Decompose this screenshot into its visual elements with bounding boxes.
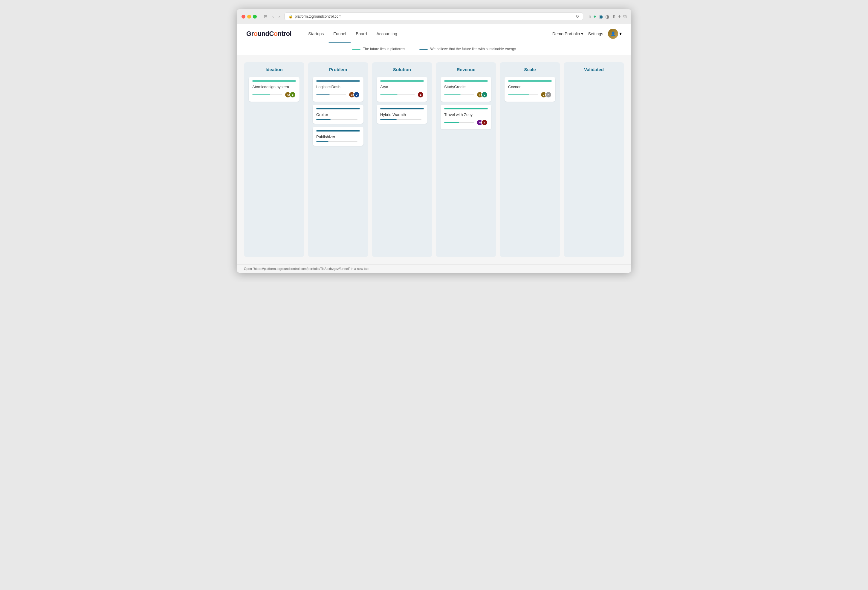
card-color-bar xyxy=(444,108,488,109)
browser-controls: ⊟ ‹ › xyxy=(263,13,281,19)
chevron-down-icon: ▾ xyxy=(581,31,583,36)
card-progress-fill xyxy=(252,94,270,95)
avatar-initials: 👤 xyxy=(611,31,616,36)
card-title: Arya xyxy=(380,85,424,89)
sidebar-toggle[interactable]: ⊟ xyxy=(263,13,269,19)
column-header-ideation: Ideation xyxy=(249,67,300,72)
address-bar[interactable]: 🔒 platform.togroundcontrol.com ↻ xyxy=(285,13,583,20)
address-bar-icons: ↻ xyxy=(576,14,579,19)
card-title: StudyCredits xyxy=(444,85,488,89)
card-progress-fill xyxy=(380,94,397,95)
status-text: Open "https://platform.togroundcontrol.c… xyxy=(244,267,369,270)
settings-link[interactable]: Settings xyxy=(588,31,603,36)
back-button[interactable]: ‹ xyxy=(271,13,275,19)
nav-links: Startups Funnel Board Accounting xyxy=(303,24,402,43)
card-progress-fill xyxy=(444,122,459,123)
kanban-board: IdeationAtomicdesign systemABProblemLogi… xyxy=(237,55,631,264)
user-avatar-container[interactable]: 👤 ▾ xyxy=(608,29,622,39)
forward-button[interactable]: › xyxy=(278,13,281,19)
browser-window: ⊟ ‹ › 🔒 platform.togroundcontrol.com ↻ ℹ… xyxy=(237,9,631,273)
nav-accounting[interactable]: Accounting xyxy=(372,24,402,43)
card-progress-bar xyxy=(316,119,357,120)
card-footer: JK xyxy=(508,91,552,98)
legend-label-1: The future lies in platforms xyxy=(363,47,405,51)
logo[interactable]: GroundControl xyxy=(246,30,291,38)
card-avatars: JK xyxy=(540,91,552,98)
card-progress-fill xyxy=(316,119,331,120)
card-progress-bar xyxy=(380,94,415,95)
app-nav: GroundControl Startups Funnel Board Acco… xyxy=(237,24,631,43)
column-header-problem: Problem xyxy=(313,67,363,72)
card-footer: AB xyxy=(252,91,296,98)
card-title: Orbitor xyxy=(316,112,360,117)
card-avatar: D xyxy=(353,91,360,98)
card-color-bar xyxy=(316,108,360,109)
kanban-card[interactable]: Orbitor xyxy=(313,105,363,124)
card-footer: FG xyxy=(444,91,488,98)
column-problem: ProblemLogisticsDashCDOrbitorPublishizer xyxy=(308,62,368,257)
card-progress-fill xyxy=(444,94,461,95)
new-tab-icon[interactable]: + xyxy=(618,14,621,19)
card-avatars: FG xyxy=(477,91,488,98)
column-header-solution: Solution xyxy=(376,67,427,72)
column-solution: SolutionAryaEHybrid Warmth xyxy=(372,62,432,257)
ext-icon-4[interactable]: ◑ xyxy=(605,14,610,19)
card-color-bar xyxy=(444,80,488,82)
card-color-bar xyxy=(380,108,424,109)
card-avatar: I xyxy=(481,119,488,126)
kanban-card[interactable]: Publishizer xyxy=(313,127,363,146)
card-footer xyxy=(380,119,424,120)
card-title: Cocoon xyxy=(508,85,552,89)
nav-funnel[interactable]: Funnel xyxy=(329,24,351,43)
card-avatars: AB xyxy=(285,91,296,98)
card-progress-fill xyxy=(380,119,397,120)
card-progress-bar xyxy=(508,94,538,95)
card-title: Atomicdesign system xyxy=(252,85,296,89)
card-color-bar xyxy=(508,80,552,82)
card-footer xyxy=(316,142,360,142)
column-validated: Validated xyxy=(564,62,624,257)
card-progress-fill xyxy=(316,94,330,95)
card-footer: HI xyxy=(444,119,488,126)
kanban-card[interactable]: Atomicdesign systemAB xyxy=(249,77,300,102)
column-scale: ScaleCocoonJK xyxy=(500,62,560,257)
card-progress-bar xyxy=(252,94,282,95)
avatar-chevron: ▾ xyxy=(619,31,622,37)
portfolio-selector[interactable]: Demo Portfolio ▾ xyxy=(552,31,583,36)
share-icon[interactable]: ⬆ xyxy=(612,14,616,19)
card-color-bar xyxy=(316,80,360,82)
tabs-icon[interactable]: ⧉ xyxy=(623,14,626,19)
card-footer: CD xyxy=(316,91,360,98)
nav-right: Demo Portfolio ▾ Settings 👤 ▾ xyxy=(552,29,622,39)
ext-icon-1[interactable]: ℹ xyxy=(589,14,591,19)
legend-label-2: We believe that the future lies with sus… xyxy=(430,47,516,51)
card-footer xyxy=(316,119,360,120)
kanban-card[interactable]: StudyCreditsFG xyxy=(441,77,492,102)
card-title: LogisticsDash xyxy=(316,85,360,89)
column-revenue: RevenueStudyCreditsFGTravel with ZoeyHI xyxy=(436,62,496,257)
legend-item-1: The future lies in platforms xyxy=(352,47,405,51)
browser-titlebar: ⊟ ‹ › 🔒 platform.togroundcontrol.com ↻ ℹ… xyxy=(237,9,631,24)
card-progress-fill xyxy=(508,94,529,95)
nav-startups[interactable]: Startups xyxy=(303,24,329,43)
app-content: GroundControl Startups Funnel Board Acco… xyxy=(237,24,631,273)
kanban-card[interactable]: AryaE xyxy=(376,77,427,102)
card-title: Publishizer xyxy=(316,134,360,139)
kanban-card[interactable]: LogisticsDashCD xyxy=(313,77,363,102)
card-avatar: K xyxy=(545,91,552,98)
kanban-card[interactable]: CocoonJK xyxy=(505,77,555,102)
ext-icon-3[interactable]: ◉ xyxy=(599,14,603,19)
card-avatar: B xyxy=(289,91,296,98)
card-avatar: G xyxy=(481,91,488,98)
minimize-button[interactable] xyxy=(247,15,251,19)
card-avatars: E xyxy=(417,91,424,98)
kanban-card[interactable]: Travel with ZoeyHI xyxy=(441,105,492,130)
kanban-card[interactable]: Hybrid Warmth xyxy=(376,105,427,124)
close-button[interactable] xyxy=(242,15,245,19)
legend-bar: The future lies in platforms We believe … xyxy=(237,43,631,55)
ext-icon-2[interactable]: ● xyxy=(593,14,596,19)
refresh-icon[interactable]: ↻ xyxy=(576,14,579,19)
maximize-button[interactable] xyxy=(253,15,257,19)
card-color-bar xyxy=(316,130,360,131)
nav-board[interactable]: Board xyxy=(351,24,372,43)
